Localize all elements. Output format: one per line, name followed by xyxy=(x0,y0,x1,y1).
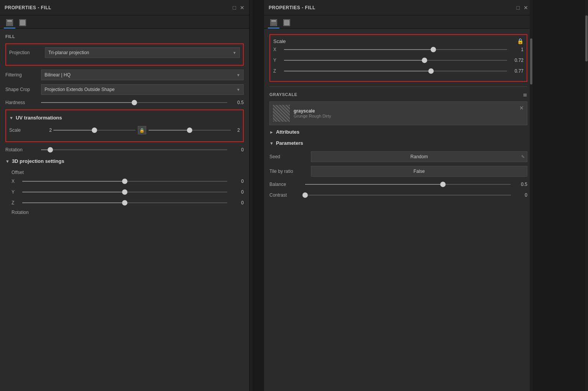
uv-scale-x-row: 2 xyxy=(44,126,135,134)
scale-lock-icon[interactable]: 🔒 xyxy=(517,38,524,44)
balance-track xyxy=(305,184,511,185)
svg-rect-4 xyxy=(271,20,276,22)
left-panel: PROPERTIES - FILL □ ✕ xyxy=(0,0,249,391)
close-icon[interactable]: ✕ xyxy=(240,5,244,11)
uv-collapse-arrow: ▼ xyxy=(9,116,13,120)
tile-by-ratio-value-box[interactable]: False xyxy=(311,166,527,177)
offset-z-track xyxy=(22,202,227,203)
hardness-thumb[interactable] xyxy=(132,100,137,105)
projection-value: Tri-planar projection xyxy=(48,50,89,55)
shape-crop-arrow: ▼ xyxy=(236,88,240,92)
uv-scale-label: Scale xyxy=(9,128,42,133)
projection-3d-header[interactable]: ▼ 3D projection settings xyxy=(5,157,244,166)
scale-x-slider[interactable] xyxy=(284,46,507,53)
uv-scale-y-fill xyxy=(149,130,190,131)
tab-layer-left[interactable] xyxy=(4,18,15,28)
shape-crop-row: Shape Crop Projection Extends Outside Sh… xyxy=(5,84,244,95)
projection-row: Projection Tri-planar projection ▼ xyxy=(9,47,240,58)
attributes-label: Attributes xyxy=(276,129,299,135)
scale-z-row: Z 0.77 xyxy=(273,67,524,75)
uv-transformations-header[interactable]: ▼ UV transformations xyxy=(9,113,240,122)
tile-by-ratio-value: False xyxy=(413,169,424,174)
right-scroll-thumb[interactable] xyxy=(530,38,532,84)
tab-layer-right[interactable] xyxy=(268,18,279,28)
uv-scale-y-thumb[interactable] xyxy=(187,128,192,133)
right-minimize-icon[interactable]: □ xyxy=(517,5,520,11)
balance-slider[interactable] xyxy=(305,181,511,188)
seed-value-box[interactable]: Random ✎ xyxy=(311,151,527,162)
right-scrollbar[interactable] xyxy=(530,0,533,391)
seed-edit-icon[interactable]: ✎ xyxy=(521,154,525,159)
attr-arrow: ► xyxy=(269,130,274,134)
offset-x-value: 0 xyxy=(230,179,244,184)
right-close-icon[interactable]: ✕ xyxy=(524,5,528,11)
filtering-dropdown[interactable]: Bilinear | HQ ▼ xyxy=(41,70,244,80)
right-panel-header: PROPERTIES - FILL □ ✕ xyxy=(264,0,533,15)
uv-scale-lock[interactable]: 🔒 xyxy=(138,126,146,134)
uv-scale-sliders: 2 xyxy=(44,126,135,134)
offset-x-thumb[interactable] xyxy=(122,179,127,184)
balance-thumb[interactable] xyxy=(440,182,446,187)
rotation-slider-container[interactable] xyxy=(41,146,227,154)
uv-scale-y-slider[interactable] xyxy=(149,126,231,134)
scale-z-thumb[interactable] xyxy=(428,68,434,74)
contrast-slider[interactable] xyxy=(305,191,511,199)
right-fill-tab-icon xyxy=(283,19,290,26)
scale-z-track xyxy=(284,71,507,71)
uv-scale-x-thumb[interactable] xyxy=(92,128,97,133)
balance-label: Balance xyxy=(269,182,302,187)
tab-fill-left[interactable] xyxy=(17,18,28,28)
offset-x-slider[interactable] xyxy=(22,177,227,185)
scale-z-slider[interactable] xyxy=(284,67,507,75)
grayscale-title: GRAYSCALE xyxy=(269,92,297,97)
scale-z-fill xyxy=(284,71,431,71)
scale-y-thumb[interactable] xyxy=(422,58,427,63)
shape-crop-label: Shape Crop xyxy=(5,87,38,92)
contrast-thumb[interactable] xyxy=(302,192,308,198)
uv-scale-x-value: 2 xyxy=(44,128,52,133)
panel-separator xyxy=(249,0,253,391)
right-panel-title: PROPERTIES - FILL xyxy=(269,5,315,10)
texture-sub: Grunge Rough Dirty xyxy=(294,114,524,118)
scale-y-slider[interactable] xyxy=(284,56,507,64)
right-layer-tab-icon xyxy=(270,19,277,26)
offset-y-label: Y xyxy=(12,189,19,195)
scale-group: Scale 🔒 X 1 Y xyxy=(269,34,527,82)
seed-row: Seed Random ✎ xyxy=(269,151,527,162)
svg-rect-1 xyxy=(7,22,12,23)
offset-z-fill xyxy=(22,202,125,203)
rotation-thumb[interactable] xyxy=(48,147,53,152)
offset-y-slider[interactable] xyxy=(22,188,227,196)
tab-fill-right[interactable] xyxy=(281,18,292,28)
svg-rect-7 xyxy=(284,20,289,25)
uv-scale-x-track xyxy=(53,130,135,131)
scale-x-fill xyxy=(284,49,433,50)
rotation-row: Rotation 0 xyxy=(5,146,244,154)
offset-label-row: Offset xyxy=(5,169,244,175)
scale-y-track xyxy=(284,60,507,61)
hardness-slider-container[interactable] xyxy=(41,99,227,106)
attributes-row[interactable]: ► Attributes xyxy=(269,129,527,135)
parameters-header[interactable]: ▼ Parameters xyxy=(269,139,527,147)
uv-scale-x-slider[interactable] xyxy=(53,126,135,134)
scale-x-label: X xyxy=(273,47,281,52)
minimize-icon[interactable]: □ xyxy=(233,5,236,11)
svg-rect-3 xyxy=(20,20,25,25)
hardness-value: 0.5 xyxy=(230,100,244,105)
offset-z-thumb[interactable] xyxy=(122,200,127,205)
offset-y-fill xyxy=(22,192,125,192)
grayscale-menu-icon[interactable]: ≣ xyxy=(523,91,527,98)
rotation-label: Rotation xyxy=(5,147,38,152)
scale-x-thumb[interactable] xyxy=(431,47,436,52)
projection-label: Projection xyxy=(9,50,42,55)
offset-z-slider[interactable] xyxy=(22,199,227,207)
projection-dropdown[interactable]: Tri-planar projection ▼ xyxy=(45,47,240,58)
shape-crop-dropdown[interactable]: Projection Extends Outside Shape ▼ xyxy=(41,84,244,95)
texture-close-icon[interactable]: ✕ xyxy=(519,105,524,111)
right-tab-bar xyxy=(264,15,533,29)
params-arrow: ▼ xyxy=(269,141,274,146)
left-panel-title: PROPERTIES - FILL xyxy=(5,5,51,10)
layer-tab-icon xyxy=(6,19,13,26)
offset-label: Offset xyxy=(12,170,24,175)
offset-y-thumb[interactable] xyxy=(122,189,127,195)
